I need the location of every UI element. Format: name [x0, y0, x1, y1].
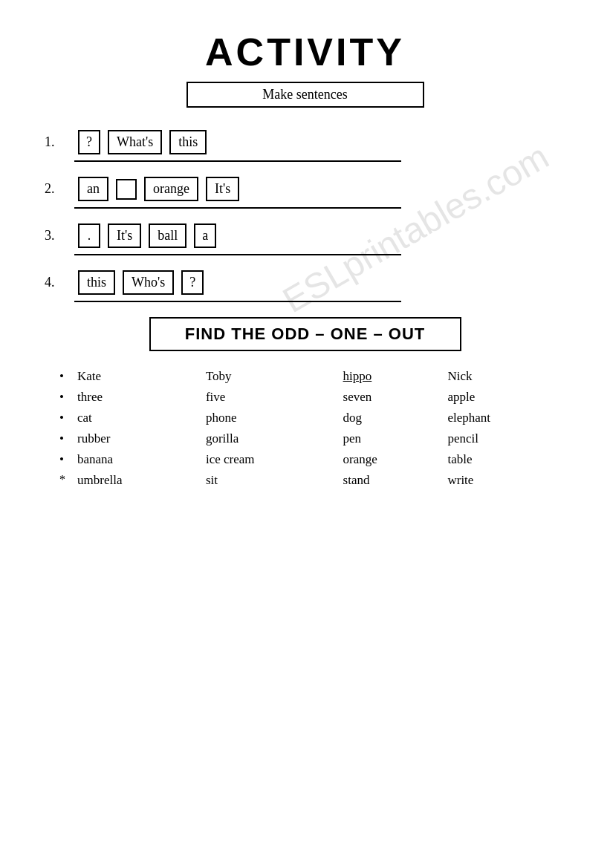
- odd-col3-2: dog: [337, 408, 442, 428]
- odd-col2-5: sit: [200, 470, 337, 491]
- exercise-2-number: 2.: [45, 181, 71, 197]
- odd-col2-1: five: [200, 387, 337, 408]
- exercise-2-word-3: It's: [206, 177, 239, 201]
- exercise-1-number: 1.: [45, 134, 71, 150]
- exercise-4-word-2: ?: [181, 270, 204, 295]
- exercise-2: 2. an orange It's: [45, 177, 565, 201]
- odd-col1-0: Kate: [71, 366, 200, 387]
- exercise-3-word-1: It's: [108, 223, 141, 248]
- odd-col1-5: umbrella: [71, 470, 200, 491]
- odd-col4-4: table: [441, 449, 565, 470]
- bullet-1: •: [45, 387, 71, 408]
- exercise-2-word-2: orange: [144, 177, 198, 201]
- odd-col3-4: orange: [337, 449, 442, 470]
- table-row: • banana ice cream orange table: [45, 449, 565, 470]
- odd-col2-2: phone: [200, 408, 337, 428]
- odd-col4-2: elephant: [441, 408, 565, 428]
- exercise-3-word-0: .: [78, 223, 100, 248]
- exercise-4-line: [74, 301, 401, 302]
- bullet-3: •: [45, 428, 71, 449]
- odd-col4-3: pencil: [441, 428, 565, 449]
- table-row: • rubber gorilla pen pencil: [45, 428, 565, 449]
- odd-col1-3: rubber: [71, 428, 200, 449]
- odd-table: • Kate Toby hippo Nick • three five seve…: [45, 366, 565, 491]
- exercise-2-empty: [116, 179, 137, 200]
- odd-col2-4: ice cream: [200, 449, 337, 470]
- odd-col1-4: banana: [71, 449, 200, 470]
- exercise-2-line: [74, 207, 401, 209]
- exercise-3-word-2: ball: [149, 223, 186, 248]
- bullet-0: •: [45, 366, 71, 387]
- exercise-4: 4. this Who's ?: [45, 270, 565, 295]
- page-title: ACTIVITY: [45, 30, 565, 74]
- table-row: • cat phone dog elephant: [45, 408, 565, 428]
- exercise-3-number: 3.: [45, 228, 71, 244]
- exercise-1-word-1: What's: [108, 130, 162, 154]
- odd-col1-1: three: [71, 387, 200, 408]
- odd-col4-0: Nick: [441, 366, 565, 387]
- exercise-2-word-0: an: [78, 177, 108, 201]
- odd-col4-1: apple: [441, 387, 565, 408]
- exercise-4-word-0: this: [78, 270, 115, 295]
- odd-col4-5: write: [441, 470, 565, 491]
- odd-col3-0: hippo: [337, 366, 442, 387]
- exercise-4-word-1: Who's: [123, 270, 174, 295]
- odd-col3-3: pen: [337, 428, 442, 449]
- exercise-3-word-3: a: [194, 223, 216, 248]
- exercise-1-word-2: this: [169, 130, 207, 154]
- table-row: • Kate Toby hippo Nick: [45, 366, 565, 387]
- odd-one-out-title: FIND THE ODD – ONE – OUT: [149, 317, 461, 351]
- bullet-2: •: [45, 408, 71, 428]
- exercise-4-number: 4.: [45, 275, 71, 290]
- odd-col2-3: gorilla: [200, 428, 337, 449]
- table-row: • three five seven apple: [45, 387, 565, 408]
- subtitle-box: Make sentences: [186, 82, 424, 108]
- bullet-4: •: [45, 449, 71, 470]
- bullet-5: *: [45, 470, 71, 491]
- odd-col2-0: Toby: [200, 366, 337, 387]
- odd-col1-2: cat: [71, 408, 200, 428]
- make-sentences-section: 1. ? What's this 2. an orange It's 3. . …: [45, 130, 565, 302]
- exercise-1-word-0: ?: [78, 130, 100, 154]
- exercise-3: 3. . It's ball a: [45, 223, 565, 248]
- exercise-1: 1. ? What's this: [45, 130, 565, 154]
- odd-col3-1: seven: [337, 387, 442, 408]
- exercise-3-line: [74, 254, 401, 255]
- odd-col3-5: stand: [337, 470, 442, 491]
- table-row: * umbrella sit stand write: [45, 470, 565, 491]
- exercise-1-line: [74, 160, 401, 162]
